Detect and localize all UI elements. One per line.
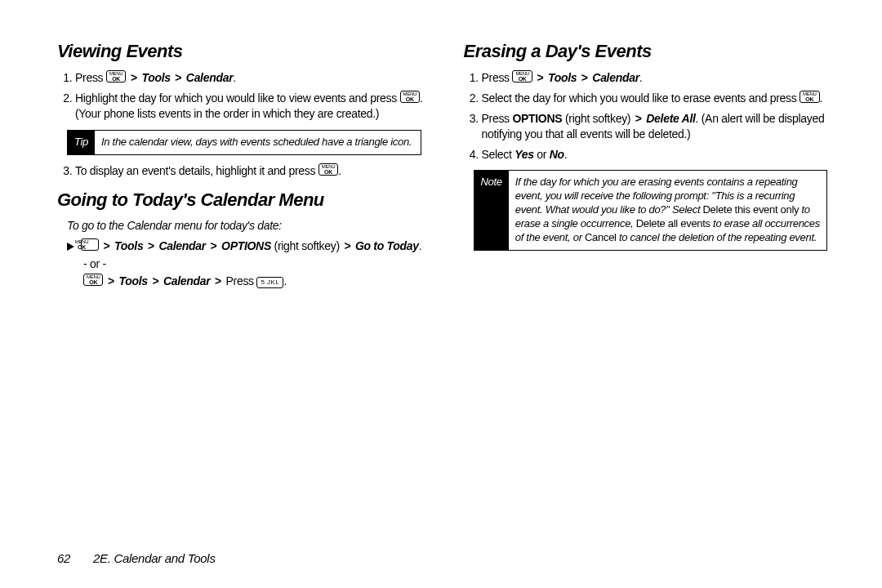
breadcrumb-separator: > (102, 239, 112, 252)
menu-path: Calendar (160, 274, 213, 287)
tip-callout: Tip In the calendar view, days with even… (67, 130, 421, 155)
or-divider: - or - (83, 257, 431, 270)
punct: . (338, 164, 341, 177)
menu-ok-key-icon: MENUOK (800, 91, 819, 103)
heading-viewing-events: Viewing Events (57, 41, 431, 62)
step: Select the day for which you would like … (482, 91, 838, 106)
option: Delete this event only (703, 203, 800, 216)
menu-path: OPTIONS (218, 239, 274, 252)
action-item: MENUOK > Tools > Calendar > OPTIONS (rig… (67, 238, 431, 254)
punct: . (820, 91, 823, 105)
punct: . (564, 148, 568, 161)
menu-path: Tools (111, 239, 146, 252)
action-item-alt: MENUOK > Tools > Calendar > Press 5 JKL. (83, 274, 431, 288)
punct: . (419, 239, 422, 252)
steps-erasing: Press MENUOK > Tools > Calendar. Select … (464, 70, 838, 162)
menu-path: Tools (116, 274, 151, 287)
triangle-bullet-icon (67, 243, 74, 251)
menu-ok-key-icon: MENUOK (81, 238, 99, 251)
tip-body: In the calendar view, days with events s… (95, 131, 420, 154)
breadcrumb-separator: > (535, 71, 545, 84)
note-label: Note (474, 171, 509, 249)
two-column-layout: Viewing Events Press MENUOK > Tools > Ca… (57, 41, 837, 292)
menu-ok-key-icon: MENUOK (106, 70, 126, 82)
punct: . (233, 71, 236, 84)
text: Highlight the day for which you would li… (75, 91, 400, 105)
text: Press (482, 71, 513, 84)
right-column: Erasing a Day's Events Press MENUOK > To… (464, 41, 838, 292)
breadcrumb-separator: > (173, 71, 183, 84)
breadcrumb-separator: > (106, 274, 116, 287)
menu-path: Tools (545, 71, 580, 84)
steps-viewing: Press MENUOK > Tools > Calendar. Highlig… (57, 70, 431, 122)
step: Select Yes or No. (482, 147, 838, 163)
breadcrumb-separator: > (580, 71, 590, 84)
breadcrumb-separator: > (634, 112, 644, 125)
step: Press MENUOK > Tools > Calendar. (482, 70, 838, 86)
menu-path: Delete All (644, 112, 696, 125)
breadcrumb-separator: > (150, 274, 160, 287)
five-key-icon: 5 JKL (256, 277, 283, 288)
intro-today: To go to the Calendar menu for today's d… (67, 219, 431, 232)
text: Select (482, 148, 515, 161)
text: Press (223, 274, 256, 287)
menu-path: Calendar (590, 71, 639, 84)
menu-ok-key-icon: MENUOK (83, 274, 103, 286)
menu-path: Tools (139, 71, 174, 84)
text: Press (482, 112, 513, 125)
step: To display an event's details, highlight… (75, 163, 431, 179)
menu-ok-key-icon: MENUOK (512, 70, 532, 82)
text: To display an event's details, highlight… (75, 164, 318, 177)
heading-today-menu: Going to Today's Calendar Menu (57, 189, 431, 211)
page-number: 62 (57, 551, 70, 565)
steps-viewing-cont: To display an event's details, highlight… (57, 163, 431, 179)
option: No (550, 148, 564, 161)
breadcrumb-separator: > (342, 239, 352, 252)
text: (right softkey) (274, 239, 343, 252)
step: Press OPTIONS (right softkey) > Delete A… (482, 111, 838, 142)
breadcrumb-separator: > (129, 71, 139, 84)
text: or (534, 148, 550, 161)
note-callout: Note If the day for which you are erasin… (474, 170, 828, 250)
text: Select the day for which you would like … (482, 91, 800, 105)
text: Press (75, 71, 106, 84)
footer-title: 2E. Calendar and Tools (93, 551, 216, 565)
menu-path: Calendar (183, 71, 233, 84)
menu-path: Calendar (156, 239, 209, 252)
option: Delete all events (636, 217, 710, 229)
breadcrumb-separator: > (209, 239, 219, 252)
text: to cancel the deletion of the repeating … (617, 231, 817, 243)
left-column: Viewing Events Press MENUOK > Tools > Ca… (57, 41, 431, 292)
softkey-label: OPTIONS (512, 112, 562, 125)
tip-label: Tip (68, 131, 95, 154)
note-body: If the day for which you are erasing eve… (509, 171, 826, 249)
punct: . (283, 274, 287, 287)
heading-erasing: Erasing a Day's Events (464, 41, 838, 62)
menu-ok-key-icon: MENUOK (400, 91, 420, 103)
step: Press MENUOK > Tools > Calendar. (75, 70, 431, 86)
page-footer: 62 2E. Calendar and Tools (57, 551, 216, 565)
breadcrumb-separator: > (213, 274, 223, 287)
breadcrumb-separator: > (146, 239, 156, 252)
punct: . (639, 71, 643, 84)
text: (right softkey) (562, 112, 633, 125)
step: Highlight the day for which you would li… (75, 91, 431, 122)
option: Cancel (585, 231, 617, 243)
option: Yes (514, 148, 534, 161)
menu-path: Go to Today (355, 239, 419, 252)
manual-page: Viewing Events Press MENUOK > Tools > Ca… (0, 0, 882, 588)
menu-ok-key-icon: MENUOK (318, 163, 338, 176)
